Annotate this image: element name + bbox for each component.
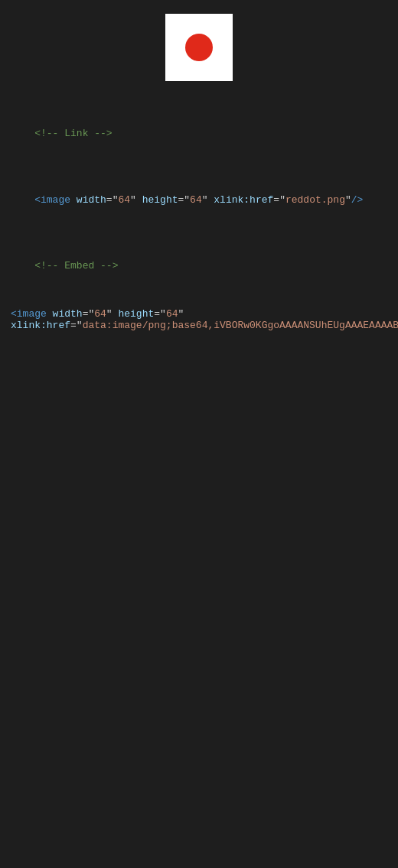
red-dot [185, 34, 213, 61]
image-preview-container [0, 0, 398, 90]
link-tag-line: <image width="64" height="64" xlink:href… [11, 175, 387, 224]
image-preview-box [165, 14, 233, 81]
embed-comment: <!-- Embed --> [11, 242, 387, 291]
embed-block: <image width="64" height="64" xlink:href… [11, 308, 387, 331]
link-comment: <!-- Link --> [11, 109, 387, 158]
code-area: <!-- Link --> <image width="64" height="… [0, 90, 398, 331]
